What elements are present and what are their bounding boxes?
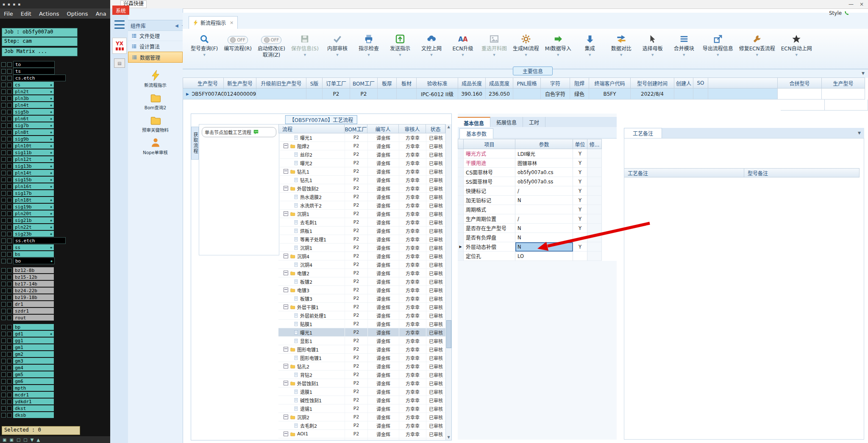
layer-row[interactable]: ss◆ [0,244,110,251]
layer-select-box[interactable] [1,379,6,384]
tree-node[interactable]: 沉铜4 [278,252,345,260]
layer-visible-box[interactable] [7,69,12,74]
layer-row[interactable]: pln20t◆ [0,210,110,217]
tree-row[interactable]: 沉铜2P2谭金辉方幸幸已审核 [278,413,445,421]
tree-node[interactable]: 沉铜4 [278,260,345,269]
tree-node[interactable]: 电镀2 [278,269,345,277]
dropdown-arrow-icon[interactable]: ▼ [589,53,591,57]
param-row[interactable]: 周期格式Y [458,205,617,214]
param-row[interactable]: ▶外层动态补偿NY [458,242,617,252]
layer-visible-box[interactable] [7,232,12,236]
tree-node[interactable]: 水洗烘干2 [278,201,345,209]
layer-visible-box[interactable] [7,259,12,263]
dropdown-arrow-icon[interactable]: ▼ [336,53,338,57]
param-tab[interactable]: 工时 [523,117,545,127]
cell[interactable] [778,89,822,100]
tree-row[interactable]: 曝光1P2谭金辉方幸幸已审核 [278,133,445,142]
layer-select-box[interactable] [1,245,6,250]
tree-node[interactable]: 外层干膜1 [278,303,345,311]
layer-visible-box[interactable] [7,302,12,307]
collapse-box-icon[interactable] [284,381,288,385]
statusbar-icon[interactable]: ▲ [37,437,40,442]
tree-column-header[interactable]: 审核人 [399,124,426,133]
layer-select-box[interactable] [1,205,6,209]
tree-row[interactable]: 沉铜1P2谭金辉方幸幸已审核 [278,244,445,252]
layer-visible-box[interactable] [7,316,12,320]
off-toggle[interactable]: OFF [228,36,248,44]
toolbar-button[interactable]: 导出流程信息▼ [700,31,736,58]
tree-row[interactable]: 沉铜4P2谭金辉方幸幸已审核 [278,260,445,269]
layer-row[interactable]: to [0,61,110,68]
layer-select-box[interactable] [1,177,6,182]
layer-row[interactable]: pln10t◆ [0,142,110,149]
tree-row[interactable]: 图形电镀1P2谭金辉方幸幸已审核 [278,354,445,362]
param-row[interactable]: 曝光方式LDI曝光Y [458,149,617,158]
layer-row[interactable]: sig11b◆ [0,149,110,156]
statusbar-icon[interactable]: □ [17,437,20,442]
tree-node[interactable]: 沉铜1 [278,210,345,218]
tree-row[interactable]: 去毛刺1P2谭金辉方幸幸已审核 [278,218,445,227]
layer-select-box[interactable] [1,89,6,94]
tree-row[interactable]: 沉铜4P2谭金辉方幸幸已审核 [278,252,445,260]
tree-row[interactable]: 显影1P2谭金辉方幸幸已审核 [278,337,445,345]
layer-visible-box[interactable] [7,205,12,209]
column-header[interactable]: 成品宽度 [486,78,513,89]
toolbar-button[interactable]: MI数据导入▼ [542,31,574,58]
param-value[interactable]: 图镀菲林 [515,158,573,168]
layer-visible-box[interactable] [7,338,12,343]
column-header[interactable]: 合拼型号 [778,78,822,89]
param-column-header[interactable]: 单位 [573,139,587,149]
layer-select-box[interactable] [1,252,6,257]
cell[interactable] [513,89,541,100]
layer-row[interactable]: sig23b◆ [0,230,110,237]
tree-column-header[interactable]: 编写人 [367,124,399,133]
dropdown-arrow-icon[interactable]: ▼ [620,53,622,57]
tree-column-header[interactable]: 状态 [426,124,445,133]
tree-row[interactable]: 退膜1P2谭金辉方幸幸已审核 [278,388,445,396]
cell[interactable]: 236.050 [486,89,513,100]
component-group-item[interactable]: 设计算法 [128,41,183,52]
column-header[interactable]: 板材 [397,78,417,89]
toolbar-button[interactable]: 保存信息(S)▼ [288,31,322,58]
layer-select-box[interactable] [1,302,6,307]
dropdown-arrow-icon[interactable]: ▼ [557,53,559,57]
param-row[interactable]: 是否存在生产型号NY [458,224,617,233]
toolbar-button[interactable]: 型号查询(F)▼ [188,31,221,58]
tree-row[interactable]: 退锡1P2谭金辉方幸幸已审核 [278,404,445,413]
layer-visible-box[interactable] [7,386,12,390]
statusbar-icon[interactable]: □ [23,437,27,442]
layer-row[interactable]: cs◆ [0,81,110,88]
collapse-left-icon[interactable]: ◀ [175,23,178,28]
component-group-item[interactable]: 数据管理 [128,52,183,63]
tree-row[interactable]: 背钻2P2谭金辉方幸幸已审核 [278,371,445,379]
layer-row[interactable]: pln22t◆ [0,224,110,230]
layer-row[interactable]: sig19b◆ [0,203,110,210]
tree-row[interactable]: 沉铜1P2谭金辉方幸幸已审核 [278,210,445,218]
layer-select-box[interactable] [1,110,6,114]
layer-select-box[interactable] [1,282,6,286]
layer-visible-box[interactable] [7,130,12,135]
layer-visible-box[interactable] [7,399,12,404]
tree-node[interactable]: 显影1 [278,337,345,345]
toolbar-button[interactable]: 重选开料图▼ [479,31,510,58]
layer-row[interactable]: sig17b [0,190,110,197]
layer-row[interactable]: gm3 [0,357,110,364]
layer-select-box[interactable] [1,184,6,189]
layer-visible-box[interactable] [7,83,12,87]
layer-row[interactable]: gm4 [0,364,110,371]
param-row[interactable]: 加无铅标记NY [458,196,617,205]
layer-visible-box[interactable] [7,123,12,128]
layer-visible-box[interactable] [7,282,12,286]
dropdown-arrow-icon[interactable]: ▼ [651,53,654,57]
layer-visible-box[interactable] [7,393,12,397]
layer-visible-box[interactable] [7,225,12,230]
layer-select-box[interactable] [1,232,6,236]
param-column-header[interactable]: 修... [587,139,602,149]
tree-row[interactable]: 钻孔2P2谭金辉方幸幸已审核 [278,362,445,371]
layer-visible-box[interactable] [7,103,12,108]
layer-visible-box[interactable] [7,252,12,257]
cell[interactable]: OB5FY007A0 [192,89,224,100]
cell[interactable] [378,89,397,100]
tree-node[interactable]: 热水退膜2 [278,193,345,201]
layer-visible-box[interactable] [7,406,12,411]
